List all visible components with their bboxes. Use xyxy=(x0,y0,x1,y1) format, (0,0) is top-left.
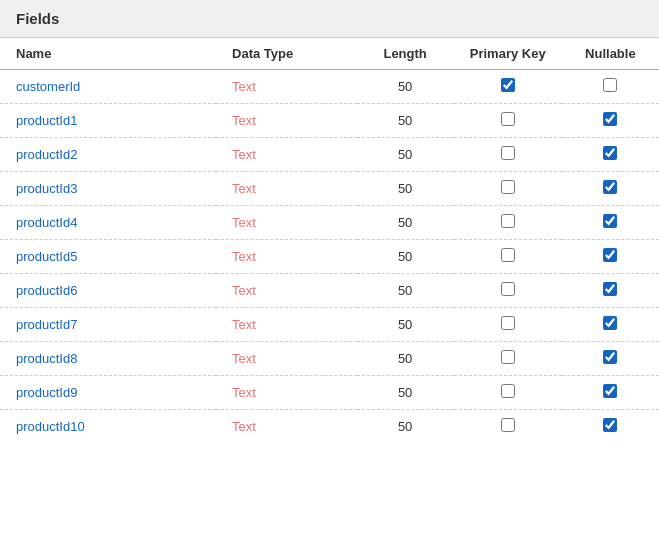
cell-name: productId4 xyxy=(0,206,216,240)
cell-name: productId7 xyxy=(0,308,216,342)
cell-datatype: Text xyxy=(216,206,356,240)
nullable-checkbox[interactable] xyxy=(603,350,617,364)
col-header-length: Length xyxy=(357,38,454,70)
cell-length: 50 xyxy=(357,274,454,308)
table-row: productId5Text50 xyxy=(0,240,659,274)
nullable-checkbox[interactable] xyxy=(603,418,617,432)
cell-datatype: Text xyxy=(216,70,356,104)
cell-primary-key[interactable] xyxy=(454,410,562,444)
cell-nullable[interactable] xyxy=(562,342,659,376)
nullable-checkbox[interactable] xyxy=(603,248,617,262)
cell-datatype: Text xyxy=(216,240,356,274)
nullable-checkbox[interactable] xyxy=(603,112,617,126)
table-row: productId7Text50 xyxy=(0,308,659,342)
table-row: productId2Text50 xyxy=(0,138,659,172)
cell-name: customerId xyxy=(0,70,216,104)
table-row: productId3Text50 xyxy=(0,172,659,206)
col-header-name: Name xyxy=(0,38,216,70)
cell-datatype: Text xyxy=(216,104,356,138)
primary-key-checkbox[interactable] xyxy=(501,180,515,194)
cell-nullable[interactable] xyxy=(562,70,659,104)
nullable-checkbox[interactable] xyxy=(603,282,617,296)
cell-datatype: Text xyxy=(216,410,356,444)
cell-name: productId2 xyxy=(0,138,216,172)
primary-key-checkbox[interactable] xyxy=(501,350,515,364)
primary-key-checkbox[interactable] xyxy=(501,248,515,262)
primary-key-checkbox[interactable] xyxy=(501,418,515,432)
cell-primary-key[interactable] xyxy=(454,104,562,138)
primary-key-checkbox[interactable] xyxy=(501,146,515,160)
panel-title: Fields xyxy=(16,10,59,27)
cell-nullable[interactable] xyxy=(562,274,659,308)
cell-primary-key[interactable] xyxy=(454,308,562,342)
panel-header: Fields xyxy=(0,0,659,38)
cell-datatype: Text xyxy=(216,274,356,308)
cell-nullable[interactable] xyxy=(562,376,659,410)
cell-nullable[interactable] xyxy=(562,138,659,172)
nullable-checkbox[interactable] xyxy=(603,78,617,92)
cell-length: 50 xyxy=(357,240,454,274)
cell-primary-key[interactable] xyxy=(454,274,562,308)
cell-primary-key[interactable] xyxy=(454,206,562,240)
cell-primary-key[interactable] xyxy=(454,376,562,410)
cell-primary-key[interactable] xyxy=(454,138,562,172)
cell-name: productId8 xyxy=(0,342,216,376)
cell-nullable[interactable] xyxy=(562,308,659,342)
primary-key-checkbox[interactable] xyxy=(501,316,515,330)
cell-primary-key[interactable] xyxy=(454,342,562,376)
cell-name: productId10 xyxy=(0,410,216,444)
table-row: productId1Text50 xyxy=(0,104,659,138)
primary-key-checkbox[interactable] xyxy=(501,78,515,92)
cell-nullable[interactable] xyxy=(562,206,659,240)
col-header-primary-key: Primary Key xyxy=(454,38,562,70)
table-row: productId8Text50 xyxy=(0,342,659,376)
cell-nullable[interactable] xyxy=(562,240,659,274)
cell-length: 50 xyxy=(357,376,454,410)
cell-name: productId6 xyxy=(0,274,216,308)
cell-length: 50 xyxy=(357,138,454,172)
cell-nullable[interactable] xyxy=(562,410,659,444)
col-header-datatype: Data Type xyxy=(216,38,356,70)
cell-primary-key[interactable] xyxy=(454,172,562,206)
cell-length: 50 xyxy=(357,206,454,240)
primary-key-checkbox[interactable] xyxy=(501,112,515,126)
nullable-checkbox[interactable] xyxy=(603,316,617,330)
fields-table: Name Data Type Length Primary Key Nullab… xyxy=(0,38,659,443)
cell-datatype: Text xyxy=(216,172,356,206)
cell-length: 50 xyxy=(357,308,454,342)
cell-length: 50 xyxy=(357,104,454,138)
cell-length: 50 xyxy=(357,70,454,104)
cell-name: productId3 xyxy=(0,172,216,206)
primary-key-checkbox[interactable] xyxy=(501,384,515,398)
cell-name: productId1 xyxy=(0,104,216,138)
cell-name: productId5 xyxy=(0,240,216,274)
cell-primary-key[interactable] xyxy=(454,70,562,104)
table-row: customerIdText50 xyxy=(0,70,659,104)
cell-datatype: Text xyxy=(216,376,356,410)
cell-nullable[interactable] xyxy=(562,104,659,138)
cell-length: 50 xyxy=(357,172,454,206)
table-row: productId6Text50 xyxy=(0,274,659,308)
table-header-row: Name Data Type Length Primary Key Nullab… xyxy=(0,38,659,70)
cell-length: 50 xyxy=(357,342,454,376)
nullable-checkbox[interactable] xyxy=(603,180,617,194)
nullable-checkbox[interactable] xyxy=(603,384,617,398)
primary-key-checkbox[interactable] xyxy=(501,282,515,296)
col-header-nullable: Nullable xyxy=(562,38,659,70)
primary-key-checkbox[interactable] xyxy=(501,214,515,228)
cell-datatype: Text xyxy=(216,308,356,342)
cell-nullable[interactable] xyxy=(562,172,659,206)
cell-datatype: Text xyxy=(216,342,356,376)
table-row: productId9Text50 xyxy=(0,376,659,410)
nullable-checkbox[interactable] xyxy=(603,146,617,160)
table-row: productId10Text50 xyxy=(0,410,659,444)
cell-datatype: Text xyxy=(216,138,356,172)
cell-name: productId9 xyxy=(0,376,216,410)
cell-primary-key[interactable] xyxy=(454,240,562,274)
cell-length: 50 xyxy=(357,410,454,444)
page-container: Fields Name Data Type Length Primary Key… xyxy=(0,0,659,443)
table-row: productId4Text50 xyxy=(0,206,659,240)
nullable-checkbox[interactable] xyxy=(603,214,617,228)
